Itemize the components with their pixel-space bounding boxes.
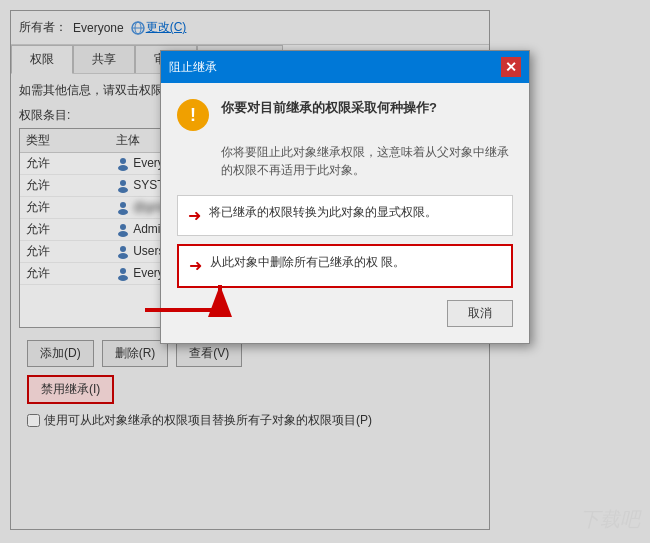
cancel-button[interactable]: 取消 <box>447 300 513 327</box>
dialog-option1[interactable]: ➜ 将已继承的权限转换为此对象的显式权限。 <box>177 195 513 236</box>
red-arrow <box>135 270 235 320</box>
dialog-close-button[interactable]: ✕ <box>501 57 521 77</box>
red-arrow-container <box>135 270 235 323</box>
dialog-header: ! 你要对目前继承的权限采取何种操作? <box>177 99 513 131</box>
warning-icon: ! <box>177 99 209 131</box>
dialog-title-bar: 阻止继承 ✕ <box>161 51 529 83</box>
dialog-question: 你要对目前继承的权限采取何种操作? <box>221 99 437 117</box>
dialog-title: 阻止继承 <box>169 59 217 76</box>
option2-text: 从此对象中删除所有已继承的权 限。 <box>210 254 405 271</box>
watermark: 下载吧 <box>580 506 640 533</box>
arrow-right-icon1: ➜ <box>188 205 201 227</box>
option1-text: 将已继承的权限转换为此对象的显式权限。 <box>209 204 437 221</box>
dialog-description: 你将要阻止此对象继承权限，这意味着从父对象中继承的权限不再适用于此对象。 <box>177 143 513 179</box>
